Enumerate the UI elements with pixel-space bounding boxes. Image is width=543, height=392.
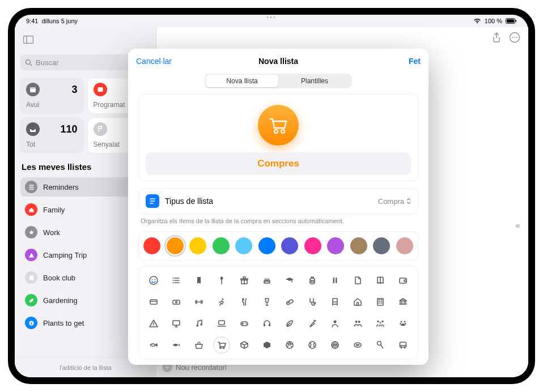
gamepad-icon[interactable] bbox=[236, 316, 252, 331]
person-icon[interactable] bbox=[327, 316, 343, 331]
book-icon[interactable] bbox=[372, 272, 388, 288]
status-battery: 100 % bbox=[485, 18, 502, 24]
card-icon[interactable] bbox=[146, 294, 162, 310]
svg-rect-29 bbox=[311, 280, 313, 282]
color-swatch[interactable] bbox=[143, 237, 160, 254]
modal-header: Cancel·lar Nova llista Fet bbox=[128, 49, 429, 74]
tennis-icon[interactable] bbox=[372, 337, 388, 353]
doc-icon[interactable] bbox=[350, 272, 366, 288]
leaf-icon[interactable] bbox=[282, 316, 298, 331]
warn-icon[interactable] bbox=[146, 316, 162, 331]
house-icon[interactable] bbox=[350, 294, 366, 310]
svg-point-61 bbox=[405, 323, 406, 325]
color-swatch[interactable] bbox=[304, 237, 321, 254]
list-icon[interactable] bbox=[168, 272, 184, 288]
svg-point-48 bbox=[245, 323, 247, 324]
soccer-icon[interactable] bbox=[282, 337, 298, 353]
color-swatch[interactable] bbox=[350, 237, 367, 254]
tab-new-list[interactable]: Nova llista bbox=[206, 75, 278, 87]
grad-icon[interactable] bbox=[282, 272, 298, 288]
more-icon[interactable] bbox=[509, 32, 520, 43]
people-icon[interactable] bbox=[350, 316, 366, 331]
svg-point-36 bbox=[176, 301, 177, 303]
svg-point-42 bbox=[153, 325, 154, 326]
color-swatch[interactable] bbox=[167, 237, 184, 254]
backpack-icon[interactable] bbox=[304, 272, 320, 288]
done-button[interactable]: Fet bbox=[409, 57, 421, 66]
fork-icon[interactable] bbox=[236, 294, 252, 310]
svg-point-56 bbox=[381, 321, 383, 322]
bus-icon[interactable] bbox=[395, 337, 411, 353]
bookmark-icon[interactable] bbox=[191, 272, 207, 288]
baseball-icon[interactable] bbox=[304, 337, 320, 353]
tray-icon bbox=[26, 122, 40, 136]
monitor-icon[interactable] bbox=[168, 316, 184, 331]
fish2-icon[interactable] bbox=[168, 337, 184, 353]
svg-point-45 bbox=[200, 323, 202, 326]
run-icon[interactable] bbox=[214, 294, 230, 310]
color-swatch[interactable] bbox=[373, 237, 390, 254]
color-swatch[interactable] bbox=[189, 237, 206, 254]
svg-point-5 bbox=[26, 59, 31, 64]
sidebar-toggle-icon[interactable] bbox=[20, 32, 36, 48]
bank-icon[interactable] bbox=[395, 294, 411, 310]
dumbbell-icon[interactable] bbox=[191, 294, 207, 310]
status-time: 9:41 bbox=[26, 18, 38, 24]
carrot-icon[interactable] bbox=[304, 316, 320, 331]
segmented-control[interactable]: Nova llista Plantilles bbox=[205, 74, 352, 88]
ticket-icon[interactable] bbox=[168, 294, 184, 310]
wallet-icon[interactable] bbox=[395, 272, 411, 288]
steth-icon[interactable] bbox=[304, 294, 320, 310]
color-swatch[interactable] bbox=[235, 237, 252, 254]
music-icon[interactable] bbox=[191, 316, 207, 331]
sidebar-item-label: Work bbox=[43, 228, 60, 237]
color-swatch[interactable] bbox=[327, 237, 344, 254]
svg-rect-3 bbox=[24, 36, 33, 44]
cancel-button[interactable]: Cancel·lar bbox=[136, 57, 172, 66]
cake-icon[interactable] bbox=[259, 272, 275, 288]
cube-icon[interactable] bbox=[236, 337, 252, 353]
emoji-icon[interactable] bbox=[146, 272, 162, 288]
svg-point-49 bbox=[247, 324, 248, 325]
color-swatch[interactable] bbox=[281, 237, 298, 254]
color-swatch[interactable] bbox=[396, 237, 413, 254]
pause-icon[interactable] bbox=[327, 272, 343, 288]
cart-icon[interactable] bbox=[214, 337, 230, 353]
paw-icon[interactable] bbox=[395, 316, 411, 331]
football-icon[interactable] bbox=[350, 337, 366, 353]
card-all[interactable]: 110 Tot bbox=[20, 118, 83, 153]
list-type-selector[interactable]: Tipus de llista Compra bbox=[138, 188, 418, 214]
content-toolbar bbox=[156, 27, 528, 48]
svg-rect-43 bbox=[173, 321, 180, 325]
svg-point-64 bbox=[223, 347, 224, 349]
gift-icon[interactable] bbox=[236, 272, 252, 288]
headphones-icon[interactable] bbox=[259, 316, 275, 331]
ipad-frame: 9:41 dilluns 5 juny 100 % ••• bbox=[8, 8, 535, 384]
sidebar-item-label: Reminders bbox=[43, 183, 79, 191]
sidebar-item-label: Camping Trip bbox=[43, 251, 87, 259]
list-name-input[interactable]: Compres bbox=[146, 152, 411, 175]
svg-point-71 bbox=[401, 346, 402, 347]
color-swatch[interactable] bbox=[258, 237, 275, 254]
pin-icon[interactable] bbox=[214, 272, 230, 288]
pill-icon[interactable] bbox=[282, 294, 298, 310]
laptop-icon[interactable] bbox=[214, 316, 230, 331]
family-icon[interactable] bbox=[372, 316, 388, 331]
fish-icon[interactable] bbox=[146, 337, 162, 353]
svg-point-63 bbox=[220, 347, 222, 349]
color-swatch[interactable] bbox=[213, 237, 230, 254]
svg-rect-10 bbox=[29, 275, 33, 280]
basket-icon[interactable] bbox=[191, 337, 207, 353]
leaf-icon bbox=[25, 294, 37, 306]
building-icon[interactable] bbox=[372, 294, 388, 310]
share-icon[interactable] bbox=[492, 32, 501, 42]
wine-icon[interactable] bbox=[259, 294, 275, 310]
multitask-handle[interactable]: ••• bbox=[266, 15, 277, 20]
svg-point-60 bbox=[400, 323, 401, 325]
cube2-icon[interactable] bbox=[259, 337, 275, 353]
card-today[interactable]: 3 Avui bbox=[20, 78, 83, 113]
basketball-icon[interactable] bbox=[327, 337, 343, 353]
tab-templates[interactable]: Plantilles bbox=[278, 75, 351, 87]
new-list-modal: Cancel·lar Nova llista Fet Nova llista P… bbox=[128, 49, 429, 365]
chair-icon[interactable] bbox=[327, 294, 343, 310]
